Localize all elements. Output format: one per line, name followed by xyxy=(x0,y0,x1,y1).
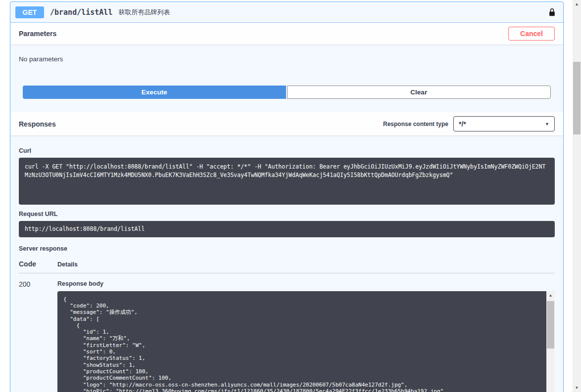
parameters-header: Parameters Cancel xyxy=(10,23,563,44)
curl-label: Curl xyxy=(19,147,555,154)
execute-button-group: Execute Clear xyxy=(19,86,555,99)
response-content-type: Response content type */* ▼ xyxy=(383,116,555,131)
request-url-label: Request URL xyxy=(19,211,555,218)
response-body-scrollbar-thumb[interactable] xyxy=(547,301,554,348)
responses-title: Responses xyxy=(19,120,56,128)
operation-summary[interactable]: GET /brand/listAll 获取所有品牌列表 xyxy=(10,2,563,23)
response-table-row: 200 Response body { "code": 200, "messag… xyxy=(19,273,555,392)
cancel-button[interactable]: Cancel xyxy=(508,27,555,41)
page-scrollbar-thumb[interactable] xyxy=(573,62,581,134)
response-body-container: { "code": 200, "message": "操作成功", "data"… xyxy=(57,291,555,392)
content-type-select[interactable]: */* ▼ xyxy=(453,116,555,131)
no-parameters-text: No parameters xyxy=(19,55,555,63)
swagger-operation-page: GET /brand/listAll 获取所有品牌列表 Parameters C… xyxy=(10,1,564,392)
parameters-title: Parameters xyxy=(19,30,56,38)
endpoint-path: /brand/listAll xyxy=(50,8,112,17)
execute-button[interactable]: Execute xyxy=(23,86,286,99)
response-body-scrollbar[interactable]: ▲ xyxy=(546,291,555,392)
http-method-badge: GET xyxy=(15,6,44,18)
clear-button[interactable]: Clear xyxy=(287,86,551,99)
content-type-label: Response content type xyxy=(383,121,448,128)
details-column-header: Details xyxy=(57,261,78,268)
server-response-label: Server response xyxy=(19,245,555,252)
responses-body: Curl curl -X GET "http://localhost:8088/… xyxy=(10,135,563,392)
code-column-header: Code xyxy=(19,260,57,268)
response-body-json: { "code": 200, "message": "操作成功", "data"… xyxy=(57,291,555,392)
chevron-down-icon: ▼ xyxy=(545,122,549,127)
response-details: Response body { "code": 200, "message": … xyxy=(57,280,555,392)
content-type-value: */* xyxy=(459,120,466,128)
request-url-value: http://localhost:8088/brand/listAll xyxy=(19,221,555,237)
status-code: 200 xyxy=(19,280,57,392)
response-body-label: Response body xyxy=(57,280,555,287)
operation-block-get: GET /brand/listAll 获取所有品牌列表 Parameters C… xyxy=(10,1,564,392)
authorize-lock-button[interactable] xyxy=(546,7,558,17)
page-scroll-down-icon[interactable]: ▼ xyxy=(573,384,581,392)
endpoint-summary: 获取所有品牌列表 xyxy=(118,8,170,17)
response-table-header: Code Details xyxy=(19,260,555,273)
curl-command: curl -X GET "http://localhost:8088/brand… xyxy=(19,158,555,205)
page-scroll-up-icon[interactable]: ▲ xyxy=(573,0,581,8)
responses-header: Responses Response content type */* ▼ xyxy=(10,112,563,135)
parameters-body: No parameters Execute Clear xyxy=(10,44,563,112)
scroll-up-icon[interactable]: ▲ xyxy=(546,291,555,300)
page-scrollbar[interactable]: ▲ ▼ xyxy=(573,0,581,392)
lock-icon xyxy=(549,10,555,18)
